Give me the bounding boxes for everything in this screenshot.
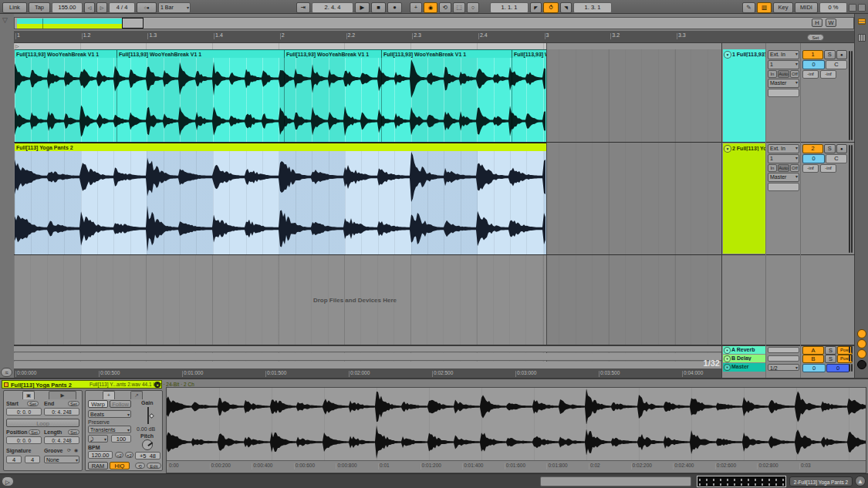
follow-scroll-button[interactable]: ≈	[1, 368, 12, 377]
clip-play-button[interactable]: ▷	[2, 476, 14, 486]
return-a-pre-post-toggle[interactable]: Post	[837, 346, 853, 355]
track2-unfold-icon[interactable]: ▼	[724, 145, 731, 153]
ram-button[interactable]: RAM	[88, 462, 108, 469]
beat-time-ruler[interactable]: 11.21.31.422.22.32.433.23.3	[14, 31, 854, 43]
warp-mode-chooser[interactable]: Beats	[88, 410, 131, 418]
track1-monitor-off[interactable]: Off	[790, 70, 799, 78]
track2-arm-button[interactable]: ●	[836, 144, 848, 153]
master-name-cell[interactable]: ▼ Master	[723, 363, 765, 372]
loop-length-field[interactable]: 1. 3. 1	[573, 2, 612, 13]
track1-input-channel[interactable]: 1	[768, 60, 799, 69]
time-signature-field[interactable]: 4 / 4	[109, 2, 135, 13]
track1-pan[interactable]: C	[826, 60, 847, 69]
master-lane[interactable]	[14, 362, 721, 369]
track2-input-channel[interactable]: 1	[768, 154, 799, 163]
reenable-automation-button[interactable]: ⟲	[439, 2, 451, 13]
tap-tempo-button[interactable]: Tap	[29, 2, 50, 13]
track1-volume[interactable]: 0	[802, 60, 825, 69]
groove-chooser[interactable]: None	[44, 456, 79, 463]
track1-unfold-icon[interactable]: ▼	[724, 51, 731, 59]
track2-monitor-in[interactable]: In	[768, 164, 777, 172]
groove-hotswap-icon[interactable]: ⟳	[67, 447, 71, 453]
revert-button[interactable]: ⟲	[135, 463, 145, 469]
pitch-knob[interactable]	[142, 439, 153, 450]
track1-send-b[interactable]: -inf	[820, 70, 836, 79]
master-cue-volume[interactable]: 0	[826, 364, 849, 372]
launch-box-tab-icon[interactable]: ▶	[49, 391, 76, 399]
track2-send-a[interactable]: -inf	[802, 164, 819, 173]
return-a-lane[interactable]	[14, 345, 721, 352]
stop-button[interactable]: ■	[371, 2, 386, 13]
clip-position-field[interactable]: 0: 0. 0	[6, 436, 42, 444]
track2-input-type[interactable]: Ext. In	[768, 144, 799, 153]
warp-button[interactable]: Warp	[88, 400, 108, 408]
track1-solo-button[interactable]: S	[824, 50, 836, 59]
mixer-section-toggle-icon[interactable]	[858, 34, 866, 42]
io-section-toggle-icon[interactable]	[858, 19, 866, 25]
clip-sig-denominator[interactable]: 4	[25, 456, 40, 463]
return-b-input-field[interactable]	[768, 355, 799, 362]
envelope-box-tab-icon[interactable]: ↗	[130, 391, 143, 399]
track2-monitor-off[interactable]: Off	[790, 164, 799, 172]
preview-volume-knob[interactable]	[857, 329, 866, 338]
clip-sig-numerator[interactable]: 4	[6, 456, 22, 463]
automation-arm-button[interactable]: ◉	[424, 2, 437, 13]
track1-monitor-in[interactable]: In	[768, 70, 777, 78]
track1-arm-button[interactable]: ●	[836, 50, 848, 59]
sample-box-tab-icon[interactable]: +	[103, 391, 115, 399]
arrangement-position-field[interactable]: 2. 4. 4	[312, 2, 353, 13]
track1-activator[interactable]: 1	[802, 50, 823, 59]
computer-midi-keyboard-button[interactable]: ▥	[757, 2, 772, 13]
track2-pan[interactable]: C	[826, 154, 847, 163]
transient-envelope-field[interactable]: 100	[111, 435, 131, 443]
arrangement-time-ruler[interactable]: 0:00:0000:00:5000:01:0000:01:5000:02:000…	[14, 369, 721, 378]
clip-view-toggle-button[interactable]: ▲	[855, 476, 866, 486]
optimize-height-button[interactable]: H	[812, 19, 822, 27]
session-record-button[interactable]: ○	[467, 2, 479, 13]
return-a-unfold-icon[interactable]: ▼	[724, 347, 731, 354]
back-to-arrangement-button[interactable]: ⬚	[453, 2, 465, 13]
track1-output-type[interactable]: Master	[768, 79, 799, 88]
track2-volume[interactable]: 0	[802, 154, 825, 163]
return-b-pre-post-toggle[interactable]: Post	[837, 355, 853, 363]
cue-volume-knob[interactable]	[857, 339, 866, 348]
return-a-solo-button[interactable]: S	[825, 346, 836, 355]
return-a-name-cell[interactable]: ▼ A Reverb	[723, 346, 765, 354]
link-button[interactable]: Link	[2, 2, 27, 13]
overview-view-box[interactable]	[122, 18, 144, 29]
return-a-input-field[interactable]	[768, 347, 799, 353]
expand-transport-icon[interactable]: ▽	[2, 16, 8, 24]
hiq-button[interactable]: HiQ	[110, 462, 130, 469]
bpm-half-button[interactable]: ÷2	[115, 452, 123, 458]
send-volume-knob[interactable]	[857, 349, 866, 358]
return-b-name-cell[interactable]: ▼ B Delay	[723, 355, 765, 362]
return-b-lane[interactable]	[14, 353, 721, 361]
track1-name-cell[interactable]: ▼ 1 Full[113,93]	[723, 49, 765, 142]
follow-button[interactable]: ⇥	[296, 2, 310, 13]
groove-commit-icon[interactable]: ◉	[74, 447, 78, 453]
set-position-button[interactable]: Set	[29, 429, 40, 435]
loop-start-field[interactable]: 1. 1. 1	[490, 2, 529, 13]
metronome-button[interactable]: ○●	[137, 2, 157, 13]
track2-name-cell[interactable]: ▼ 2 Full[113] Yo	[723, 143, 765, 254]
track1-input-type[interactable]: Ext. In	[768, 50, 799, 59]
key-map-button[interactable]: Key	[773, 2, 793, 13]
nudge-down-button[interactable]: ◁	[84, 2, 95, 13]
clip-zoom-overview[interactable]	[697, 476, 786, 487]
draw-mode-button[interactable]: ✎	[742, 2, 755, 13]
play-start-marker[interactable]: ▷	[15, 43, 19, 49]
set-length-button[interactable]: Set	[68, 429, 79, 435]
optimize-width-button[interactable]: W	[826, 19, 836, 27]
transient-loop-mode-chooser[interactable]: ⤸	[88, 435, 108, 443]
clip-start-field[interactable]: 0: 0. 0	[6, 408, 42, 416]
punch-in-button[interactable]: ◤	[530, 2, 542, 13]
clip-color-icon[interactable]	[4, 382, 8, 387]
clip-end-field[interactable]: 0: 4. 248	[44, 408, 79, 416]
return-a-activator[interactable]: A	[802, 346, 824, 355]
track2-activator[interactable]: 2	[802, 144, 823, 153]
set-start-button[interactable]: Set	[27, 401, 39, 406]
sample-display[interactable]: 0:000:00:2000:00:4000:00:6000:00:8000:01…	[166, 387, 866, 473]
track2-clip-body[interactable]	[15, 151, 546, 254]
track2-clip-titlebar[interactable]: Full[113] Yoga Pants 2	[15, 143, 546, 151]
set-end-button[interactable]: Set	[68, 401, 79, 406]
